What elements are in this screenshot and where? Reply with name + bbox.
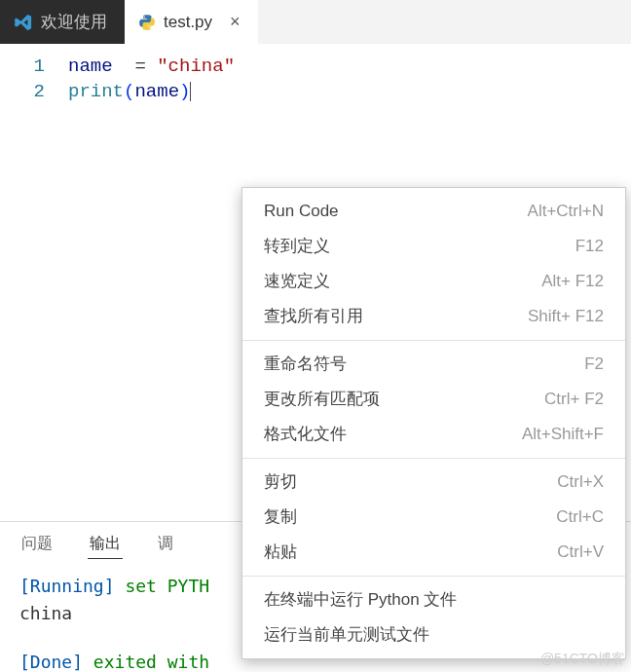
context-menu-item[interactable]: 查找所有引用Shift+ F12 xyxy=(242,299,625,334)
tab-file[interactable]: test.py × xyxy=(125,0,258,44)
context-menu-item[interactable]: Run CodeAlt+Ctrl+N xyxy=(242,194,625,229)
tab-bar: 欢迎使用 test.py × xyxy=(0,0,631,44)
panel-tab-debug[interactable]: 调 xyxy=(156,530,175,559)
context-menu-shortcut: Ctrl+V xyxy=(557,541,604,563)
vscode-icon xyxy=(14,13,33,32)
context-menu-item[interactable]: 在终端中运行 Python 文件 xyxy=(242,582,625,617)
context-menu-label: 转到定义 xyxy=(264,236,330,257)
line-number: 2 xyxy=(0,79,45,104)
context-menu-shortcut: Ctrl+C xyxy=(556,506,604,528)
context-menu-label: 复制 xyxy=(264,506,297,528)
context-menu: Run CodeAlt+Ctrl+N转到定义F12速览定义Alt+ F12查找所… xyxy=(241,187,626,659)
tab-welcome[interactable]: 欢迎使用 xyxy=(0,0,125,44)
context-menu-label: 更改所有匹配项 xyxy=(264,389,380,410)
context-menu-item[interactable]: 更改所有匹配项Ctrl+ F2 xyxy=(242,382,625,417)
tab-welcome-label: 欢迎使用 xyxy=(41,11,107,33)
context-menu-shortcut: Ctrl+ F2 xyxy=(544,389,604,410)
context-menu-item[interactable]: 重命名符号F2 xyxy=(242,347,625,382)
line-number: 1 xyxy=(0,54,45,79)
context-menu-separator xyxy=(242,340,625,341)
context-menu-label: Run Code xyxy=(264,201,339,222)
gutter: 1 2 xyxy=(0,54,68,521)
text-cursor xyxy=(190,82,191,101)
python-icon xyxy=(138,14,156,31)
context-menu-label: 剪切 xyxy=(264,471,297,493)
watermark: @51CTO博客 xyxy=(540,651,625,668)
context-menu-label: 粘贴 xyxy=(264,541,297,563)
context-menu-item[interactable]: 运行当前单元测试文件 xyxy=(242,617,625,653)
context-menu-label: 运行当前单元测试文件 xyxy=(264,624,429,646)
context-menu-shortcut: F12 xyxy=(575,236,604,257)
context-menu-item[interactable]: 转到定义F12 xyxy=(242,229,625,264)
code-line[interactable]: name = "china" xyxy=(68,54,235,79)
context-menu-label: 重命名符号 xyxy=(264,354,347,375)
context-menu-item[interactable]: 格式化文件Alt+Shift+F xyxy=(242,417,625,452)
panel-tab-output[interactable]: 输出 xyxy=(88,530,123,559)
context-menu-item[interactable]: 粘贴Ctrl+V xyxy=(242,535,625,570)
context-menu-shortcut: F2 xyxy=(584,354,604,375)
context-menu-shortcut: Alt+ F12 xyxy=(541,271,604,292)
tab-file-label: test.py xyxy=(164,13,212,32)
context-menu-item[interactable]: 复制Ctrl+C xyxy=(242,500,625,535)
panel-tab-problems[interactable]: 问题 xyxy=(19,530,55,559)
context-menu-item[interactable]: 速览定义Alt+ F12 xyxy=(242,264,625,299)
context-menu-separator xyxy=(242,576,625,577)
context-menu-label: 查找所有引用 xyxy=(264,306,363,327)
code-line[interactable]: print(name) xyxy=(68,79,235,104)
context-menu-item[interactable]: 剪切Ctrl+X xyxy=(242,465,625,500)
context-menu-shortcut: Alt+Shift+F xyxy=(522,424,604,445)
close-icon[interactable]: × xyxy=(230,12,241,32)
context-menu-shortcut: Shift+ F12 xyxy=(528,306,604,327)
context-menu-separator xyxy=(242,458,625,459)
context-menu-shortcut: Alt+Ctrl+N xyxy=(528,201,604,222)
context-menu-label: 格式化文件 xyxy=(264,424,347,445)
code-area[interactable]: name = "china" print(name) xyxy=(68,54,235,521)
context-menu-shortcut: Ctrl+X xyxy=(557,471,604,493)
context-menu-label: 速览定义 xyxy=(264,271,330,292)
context-menu-label: 在终端中运行 Python 文件 xyxy=(264,589,457,611)
